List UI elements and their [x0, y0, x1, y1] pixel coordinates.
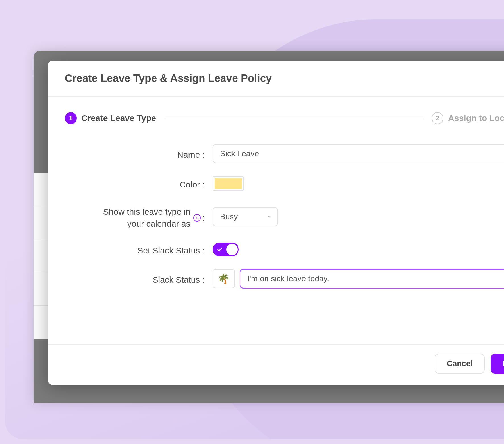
calendar-label: Show this leave type in your calendar as…: [65, 204, 213, 230]
color-swatch: [215, 178, 242, 189]
slack-toggle-label: Set Slack Status :: [65, 243, 213, 255]
slack-emoji-picker[interactable]: 🌴: [213, 269, 235, 288]
chevron-down-icon: [267, 214, 272, 219]
step-assign-locations[interactable]: 2 Assign to Locations: [432, 112, 504, 124]
check-icon: [217, 246, 223, 253]
modal-body: 1 Create Leave Type 2 Assign to Location…: [48, 97, 504, 344]
slack-status-label: Slack Status :: [65, 273, 213, 285]
color-label: Color :: [65, 178, 213, 189]
step-number: 1: [65, 112, 77, 124]
toggle-knob: [226, 244, 238, 255]
slack-status-input[interactable]: [240, 269, 504, 288]
color-picker[interactable]: [213, 176, 244, 191]
cancel-button[interactable]: Cancel: [435, 354, 485, 374]
stepper: 1 Create Leave Type 2 Assign to Location…: [65, 112, 504, 124]
name-input[interactable]: [213, 144, 504, 163]
step-label: Create Leave Type: [81, 113, 156, 123]
modal-title: Create Leave Type & Assign Leave Policy: [65, 72, 272, 84]
step-number: 2: [432, 112, 443, 124]
step-label: Assign to Locations: [448, 113, 504, 123]
step-create-leave-type[interactable]: 1 Create Leave Type: [65, 112, 156, 124]
name-label: Name :: [65, 148, 213, 160]
calendar-status-select[interactable]: Busy: [213, 207, 278, 226]
step-connector: [164, 118, 424, 118]
modal-footer: Cancel Next: [48, 344, 504, 385]
create-leave-type-modal: Create Leave Type & Assign Leave Policy …: [48, 61, 504, 385]
info-icon[interactable]: i: [193, 214, 201, 222]
slack-status-toggle[interactable]: [213, 243, 239, 256]
palm-tree-icon: 🌴: [218, 273, 230, 284]
modal-header: Create Leave Type & Assign Leave Policy: [48, 61, 504, 97]
select-value: Busy: [220, 212, 238, 221]
next-button[interactable]: Next: [491, 354, 504, 374]
